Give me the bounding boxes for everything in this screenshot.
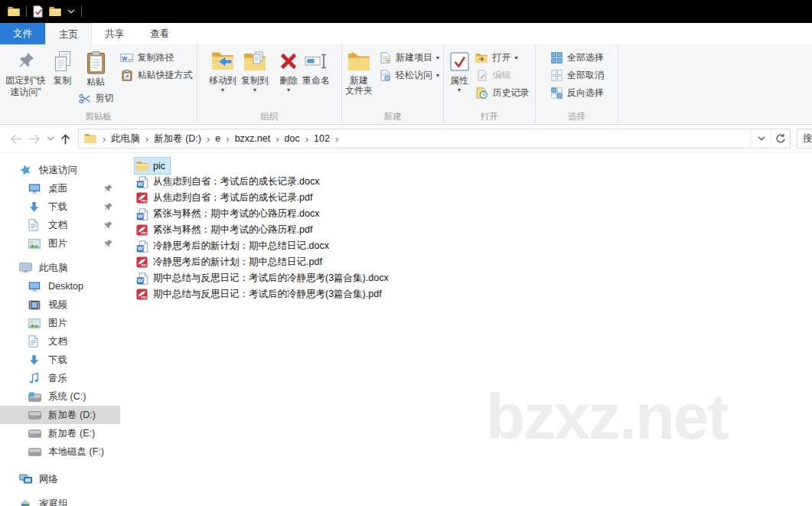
sidebar-item-videos[interactable]: 视频 [0, 295, 120, 314]
file-item[interactable]: PDF期中总结与反思日记：考试后的冷静思考(3篇合集).pdf [135, 286, 386, 302]
recent-locations-icon[interactable] [44, 129, 56, 149]
history-button[interactable]: 历史记录 [472, 84, 533, 102]
edit-button[interactable]: 编辑 [472, 67, 533, 84]
select-all-button[interactable]: 全部选择 [546, 49, 607, 67]
dropdown-caret-icon: ▾ [287, 88, 290, 92]
paste-button[interactable]: 粘贴 [75, 49, 117, 90]
file-item[interactable]: W冷静思考后的新计划：期中总结日记.docx [135, 238, 334, 254]
pin-icon [104, 202, 113, 211]
sidebar-item-drive-c[interactable]: 系统 (C:) [0, 387, 120, 406]
new-folder-icon [347, 49, 370, 73]
organize-group: 移动到 ▾ 复制到 ▾ 删除 ▾ 重命名 组织 [197, 44, 342, 124]
tab-file[interactable]: 文件 [0, 23, 45, 44]
select-all-icon [549, 52, 563, 64]
move-to-button[interactable]: 移动到 ▾ [207, 47, 239, 93]
up-button[interactable] [56, 129, 75, 149]
tab-share[interactable]: 共享 [92, 23, 137, 44]
sidebar-item-documents-pinned[interactable]: 文档 [0, 216, 120, 234]
invert-selection-button[interactable]: 反向选择 [546, 84, 607, 102]
properties-button[interactable]: 属性 ▾ [447, 47, 472, 93]
file-item[interactable]: PDF冷静思考后的新计划：期中总结日记.pdf [135, 254, 327, 270]
file-item[interactable]: W紧张与释然：期中考试的心路历程.docx [135, 206, 324, 222]
folder-file-icon [136, 160, 149, 172]
copy-button[interactable]: 复制 [51, 47, 75, 88]
rename-button[interactable]: 重命名 [300, 47, 332, 88]
sidebar-item-network[interactable]: 网络 [0, 470, 120, 488]
file-item[interactable]: W期中总结与反思日记：考试后的冷静思考(3篇合集).docx [135, 270, 393, 286]
file-list-area[interactable]: picW从焦虑到自省：考试后的成长记录.docxPDF从焦虑到自省：考试后的成长… [120, 153, 812, 506]
sidebar-item-desktop-pinned[interactable]: 桌面 [0, 179, 120, 198]
breadcrumb-item[interactable]: e [214, 133, 222, 144]
properties-icon [449, 49, 470, 73]
sidebar-item-quick-access[interactable]: 快速访问 [0, 161, 120, 179]
breadcrumb-separator: › [272, 133, 282, 145]
new-item-button[interactable]: 新建项目 ▾ [375, 49, 442, 67]
svg-text:PDF: PDF [142, 296, 148, 299]
sidebar-item-pictures[interactable]: 图片 [0, 314, 120, 332]
breadcrumb-item[interactable]: bzxz.net [233, 133, 272, 144]
sidebar-item-documents[interactable]: 文档 [0, 332, 120, 351]
sidebar-item-drive-e[interactable]: 新加卷 (E:) [0, 424, 120, 442]
svg-text:PDF: PDF [142, 232, 148, 235]
download-icon [28, 354, 43, 366]
content-area: 快速访问桌面下载文档图片此电脑Desktop视频图片文档下载音乐系统 (C:)新… [0, 153, 812, 506]
address-bar[interactable]: ›此电脑›新加卷 (D:)›e›bzxz.net›doc›102› [78, 129, 791, 149]
open-icon [475, 53, 489, 64]
open-group: 属性 ▾ 打开 ▾ 编辑 历史记录 打开 [444, 44, 536, 124]
sidebar-item-drive-f[interactable]: 本地磁盘 (F:) [0, 442, 120, 461]
easy-access-button[interactable]: 轻松访问 ▾ [375, 67, 442, 84]
qat-folder-icon[interactable] [8, 6, 20, 17]
pin-to-quick-access-button[interactable]: 固定到"快速访问" [2, 47, 51, 100]
open-button[interactable]: 打开 ▾ [472, 49, 533, 67]
dropdown-caret-icon: ▾ [436, 56, 439, 60]
delete-button[interactable]: 删除 ▾ [277, 47, 300, 93]
refresh-icon[interactable] [771, 129, 790, 148]
drive-icon [28, 409, 43, 421]
breadcrumb-item[interactable]: 102 [312, 133, 331, 144]
copy-to-button[interactable]: 复制到 ▾ [239, 47, 271, 93]
qat-folder2-icon[interactable] [49, 6, 61, 17]
pdf-file-icon: PDF [136, 289, 149, 301]
qat-properties-icon[interactable] [33, 5, 43, 18]
select-none-button[interactable]: 全部取消 [546, 67, 607, 84]
ribbon: 固定到"快速访问" 复制 粘贴 剪切 W 复制路径 [0, 44, 812, 125]
file-item[interactable]: PDF从焦虑到自省：考试后的成长记录.pdf [135, 190, 317, 206]
back-button[interactable] [6, 129, 25, 149]
folder-item[interactable]: pic [135, 158, 170, 174]
clipboard-group: 固定到"快速访问" 复制 粘贴 剪切 W 复制路径 [0, 44, 197, 124]
search-input[interactable]: 搜 [797, 129, 812, 149]
new-folder-button[interactable]: 新建 文件夹 [343, 47, 375, 98]
cut-button[interactable]: 剪切 [75, 90, 117, 107]
forward-button[interactable] [25, 129, 44, 149]
homegroup-icon [19, 498, 34, 506]
sidebar-item-pictures-pinned[interactable]: 图片 [0, 234, 120, 253]
qat-dropdown-icon[interactable] [67, 9, 75, 14]
copy-icon [53, 49, 73, 73]
tab-home[interactable]: 主页 [45, 23, 92, 44]
file-item[interactable]: PDF紧张与释然：期中考试的心路历程.pdf [135, 222, 317, 238]
new-item-icon [378, 52, 392, 64]
breadcrumb-item[interactable]: doc [283, 133, 302, 144]
copy-to-icon [243, 49, 266, 73]
word-file-icon: W [136, 273, 149, 285]
tab-view[interactable]: 查看 [137, 23, 182, 44]
sidebar-item-downloads[interactable]: 下载 [0, 351, 120, 369]
address-dropdown-icon[interactable] [752, 129, 771, 148]
network-icon [19, 473, 34, 485]
invert-selection-icon [549, 87, 563, 99]
dropdown-caret-icon: ▾ [458, 88, 461, 92]
sidebar-item-music[interactable]: 音乐 [0, 369, 120, 387]
sidebar-item-this-pc[interactable]: 此电脑 [0, 259, 120, 277]
sidebar-item-homegroup[interactable]: 家庭组 [0, 495, 120, 506]
sidebar-item-drive-d[interactable]: 新加卷 (D:) [0, 406, 120, 424]
copy-path-button[interactable]: W 复制路径 [117, 49, 196, 67]
breadcrumb-item[interactable]: 此电脑 [109, 132, 142, 145]
sidebar-item-downloads-pinned[interactable]: 下载 [0, 198, 120, 216]
svg-text:PDF: PDF [142, 264, 148, 267]
file-item[interactable]: W从焦虑到自省：考试后的成长记录.docx [135, 174, 324, 190]
breadcrumb-item[interactable]: 新加卷 (D:) [152, 132, 203, 145]
select-group-label: 选择 [536, 111, 618, 122]
sidebar-item-desktop[interactable]: Desktop [0, 277, 120, 295]
pdf-file-icon: PDF [136, 192, 149, 204]
paste-shortcut-button[interactable]: 粘贴快捷方式 [117, 67, 196, 84]
